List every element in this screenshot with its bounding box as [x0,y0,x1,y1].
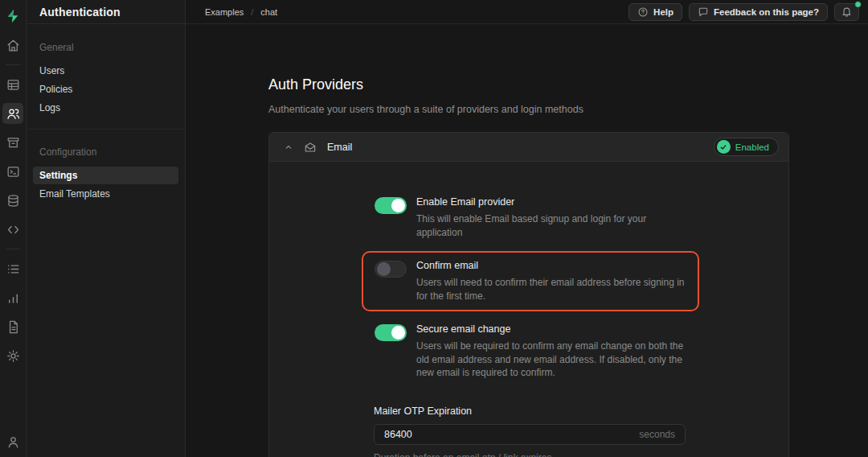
toggle-text: Secure email change Users will be requir… [416,323,686,380]
enable-email-provider-row: Enable Email provider This will enable E… [362,187,699,248]
mailer-otp-expiration-input[interactable]: 86400 seconds [374,424,686,445]
breadcrumb-project[interactable]: Examples [205,7,244,17]
auth-providers-subtitle: Authenticate your users through a suite … [268,104,868,115]
sidebar: Authentication General Users Policies Lo… [27,0,186,457]
toggle-knob [377,262,391,276]
secure-email-change-row: Secure email change Users will be requir… [362,315,699,389]
toggle-text: Confirm email Users will need to confirm… [416,260,686,303]
sql-editor-icon[interactable] [2,161,23,182]
content: Auth Providers Authenticate your users t… [186,24,868,457]
storage-icon[interactable] [2,132,23,153]
app-window: Authentication General Users Policies Lo… [0,0,868,457]
check-circle-icon [717,140,731,154]
enable-email-provider-description: This will enable Email based signup and … [416,212,686,239]
secure-email-change-label: Secure email change [416,323,686,335]
breadcrumb-current[interactable]: chat [260,7,277,17]
home-icon[interactable] [2,35,23,56]
rail-divider [6,249,20,249]
topbar: Examples / chat Help [186,0,868,24]
confirm-email-description: Users will need to confirm their email a… [416,276,686,303]
toggle-text: Enable Email provider This will enable E… [416,196,686,239]
breadcrumb-separator: / [251,7,253,17]
feedback-bubble-icon [698,6,709,18]
account-user-icon[interactable] [2,431,23,452]
feedback-button[interactable]: Feedback on this page? [689,3,828,21]
toggle-knob [391,199,405,212]
mailer-otp-expiration-value: 86400 [384,429,412,440]
notification-badge-dot [854,1,862,8]
auth-providers-heading: Auth Providers [268,76,868,93]
sidebar-item-logs[interactable]: Logs [33,99,178,117]
logs-list-icon[interactable] [2,258,23,279]
sidebar-item-email-templates[interactable]: Email Templates [33,185,178,203]
mailer-otp-expiration-suffix: seconds [639,429,675,440]
confirm-email-label: Confirm email [416,260,686,271]
supabase-logo[interactable] [5,4,21,28]
table-editor-icon[interactable] [2,74,23,95]
settings-gear-icon[interactable] [2,345,23,366]
sidebar-item-settings[interactable]: Settings [33,167,178,184]
section-label-general: General [33,42,178,53]
confirm-email-row-highlighted: Confirm email Users will need to confirm… [362,251,699,311]
database-icon[interactable] [2,190,23,211]
icon-rail [0,0,27,457]
mailer-otp-expiration-field: Mailer OTP Expiration 86400 seconds Dura… [374,406,686,457]
confirm-email-toggle[interactable] [375,261,407,278]
help-icon [637,6,649,18]
api-code-icon[interactable] [2,219,23,240]
email-provider-header[interactable]: Email Enabled [269,133,788,162]
enable-email-provider-label: Enable Email provider [416,196,686,208]
secure-email-change-toggle[interactable] [375,324,407,341]
breadcrumb: Examples / chat [205,7,277,17]
provider-name: Email [327,142,352,153]
docs-file-icon[interactable] [2,316,23,337]
help-button[interactable]: Help [628,3,682,21]
mailer-otp-expiration-helper: Duration before an email otp / link expi… [374,452,686,457]
main-area: Examples / chat Help [186,0,868,457]
enabled-status-label: Enabled [735,142,769,152]
rail-divider [6,64,20,65]
page-title: Authentication [27,0,185,24]
section-label-configuration: Configuration [33,146,178,158]
chevron-up-icon [284,142,293,152]
feedback-label: Feedback on this page? [714,7,819,17]
authentication-icon[interactable] [2,103,23,124]
mail-open-icon [304,141,317,154]
sidebar-item-users[interactable]: Users [33,62,178,80]
topbar-actions: Help Feedback on this page? [628,3,859,21]
notifications-button[interactable] [834,3,859,21]
enabled-status-badge: Enabled [714,138,779,156]
toggle-knob [391,326,405,340]
sidebar-item-policies[interactable]: Policies [33,80,178,98]
bell-icon [841,6,853,18]
reports-chart-icon[interactable] [2,287,23,308]
help-label: Help [653,7,674,17]
mailer-otp-expiration-label: Mailer OTP Expiration [374,406,686,417]
email-provider-card: Email Enabled Enable Email provider This [268,132,789,457]
enable-email-provider-toggle[interactable] [375,197,407,214]
sidebar-divider [27,129,185,130]
email-provider-body: Enable Email provider This will enable E… [269,162,788,457]
secure-email-change-description: Users will be required to confirm any em… [416,340,686,380]
sidebar-nav: General Users Policies Logs Configuratio… [27,24,185,204]
